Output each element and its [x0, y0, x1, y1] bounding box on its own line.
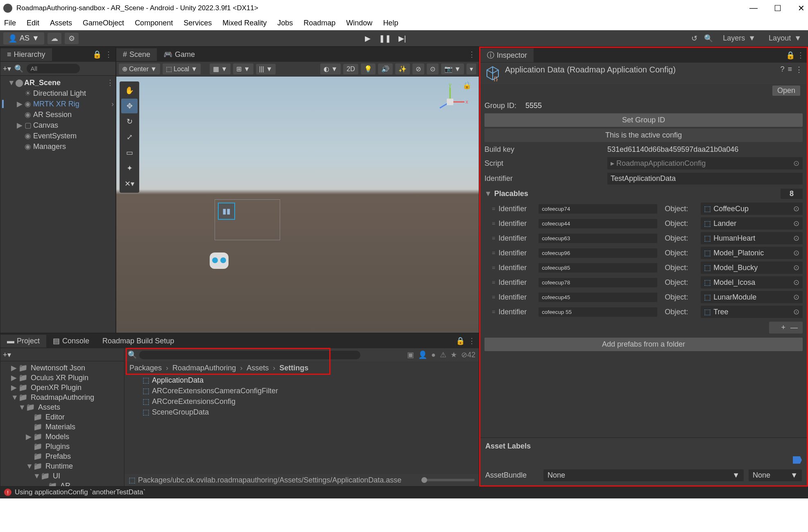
object-picker-icon[interactable]: ⊙: [793, 219, 799, 228]
menu-edit[interactable]: Edit: [27, 19, 39, 27]
placable-id-input[interactable]: [539, 234, 657, 243]
shading-icon[interactable]: ◐ ▼: [320, 63, 341, 74]
placables-header[interactable]: ▼ Placables 8: [484, 186, 803, 201]
layers-dropdown[interactable]: Layers▼: [720, 34, 759, 43]
project-tree-item[interactable]: Plugins: [0, 442, 124, 451]
hand-tool-icon[interactable]: ✋: [121, 83, 138, 98]
tab-game[interactable]: 🎮Game: [157, 48, 201, 61]
project-tree-item[interactable]: ▼UI: [0, 471, 124, 481]
project-file[interactable]: ⬚ApplicationData: [129, 375, 474, 385]
project-search[interactable]: [139, 351, 360, 359]
hierarchy-item[interactable]: ☀Directional Light: [0, 88, 115, 99]
star-icon[interactable]: ★: [450, 350, 457, 359]
warning-icon[interactable]: ⚠: [440, 350, 446, 359]
open-button[interactable]: Open: [772, 86, 800, 96]
set-group-id-button[interactable]: Set Group ID: [484, 113, 803, 127]
placable-id-input[interactable]: [539, 248, 657, 258]
play-button[interactable]: ▶: [360, 33, 375, 44]
hierarchy-item[interactable]: ◉Managers: [0, 141, 115, 152]
rect-tool-icon[interactable]: ▭: [121, 145, 138, 160]
placable-object-field[interactable]: ⬚Model_Bucky⊙: [701, 261, 803, 274]
menu-component[interactable]: Component: [135, 19, 173, 27]
hierarchy-item[interactable]: ◉AR Session: [0, 109, 115, 120]
remove-icon[interactable]: —: [790, 323, 798, 332]
placable-id-input[interactable]: [539, 204, 657, 214]
project-file[interactable]: ⬚SceneGroupData: [129, 407, 474, 417]
tab-hierarchy[interactable]: ≡Hierarchy: [0, 48, 52, 61]
scale-tool-icon[interactable]: ⤢: [121, 130, 138, 144]
snap-icon[interactable]: ⊞ ▼: [233, 63, 253, 74]
placable-id-input[interactable]: [539, 219, 657, 228]
menu-window[interactable]: Window: [346, 19, 372, 27]
object-picker-icon[interactable]: ⊙: [793, 307, 799, 316]
add-icon[interactable]: +: [781, 323, 785, 332]
placable-object-field[interactable]: ⬚Lander⊙: [701, 217, 803, 230]
breadcrumb-item[interactable]: Settings: [279, 364, 308, 372]
menu-services[interactable]: Services: [183, 19, 212, 27]
menu-file[interactable]: File: [4, 19, 16, 27]
gizmo-dropdown[interactable]: ▾: [466, 63, 476, 74]
project-tree-item[interactable]: Prefabs: [0, 451, 124, 461]
drag-handle-icon[interactable]: ≡: [492, 205, 495, 212]
more-icon[interactable]: ⋮: [105, 50, 115, 59]
close-icon[interactable]: ✕: [798, 3, 805, 13]
pause-button[interactable]: ❚❚: [378, 33, 392, 44]
object-picker-icon[interactable]: ⊙: [793, 278, 799, 287]
grid-icon[interactable]: ▦ ▼: [210, 63, 231, 74]
tab-inspector[interactable]: ⓘInspector: [480, 48, 534, 62]
placable-id-input[interactable]: [539, 293, 657, 302]
menu-roadmap[interactable]: Roadmap: [303, 19, 335, 27]
tab-roadmap-build[interactable]: Roadmap Build Setup: [96, 335, 181, 347]
cloud-icon[interactable]: ☁: [48, 33, 61, 44]
drag-handle-icon[interactable]: ≡: [492, 235, 495, 241]
account-dropdown[interactable]: 👤 AS ▼: [3, 32, 44, 45]
pivot-dropdown[interactable]: ⊕Center ▼: [119, 63, 160, 74]
placable-object-field[interactable]: ⬚Model_Icosa⊙: [701, 276, 803, 289]
hidden-icon[interactable]: ⊘: [412, 63, 424, 74]
menu-jobs[interactable]: Jobs: [277, 19, 293, 27]
scene-viewport[interactable]: ✋ ✥ ↻ ⤢ ▭ ✦ ✕▾ y x 🔒 ▮▮: [116, 77, 479, 333]
project-tree-item[interactable]: AR: [0, 481, 124, 486]
tab-project[interactable]: ▬ Project: [0, 335, 46, 347]
project-tree-item[interactable]: ▼Assets: [0, 402, 124, 412]
placable-object-field[interactable]: ⬚LunarModule⊙: [701, 291, 803, 303]
placable-id-input[interactable]: [539, 263, 657, 273]
drag-handle-icon[interactable]: ≡: [492, 264, 495, 271]
menu-mixed-reality[interactable]: Mixed Reality: [222, 19, 267, 27]
scene-object[interactable]: ▮▮: [210, 252, 229, 269]
drag-handle-icon[interactable]: ≡: [492, 294, 495, 300]
maximize-icon[interactable]: ☐: [774, 3, 781, 13]
tag-icon[interactable]: [793, 456, 802, 464]
filter-icon[interactable]: ▣: [407, 350, 414, 359]
hierarchy-item[interactable]: ▼⬤AR_Scene⋮: [0, 77, 115, 88]
error-icon[interactable]: !: [4, 489, 11, 496]
audio-icon[interactable]: 🔊: [378, 63, 393, 74]
script-value[interactable]: ▸ RoadmapApplicationConfig⊙: [607, 157, 803, 169]
custom-tool-icon[interactable]: ✕▾: [121, 176, 138, 191]
increment-icon[interactable]: ||| ▼: [256, 64, 276, 74]
drag-handle-icon[interactable]: ≡: [492, 309, 495, 315]
menu-help[interactable]: Help: [383, 19, 398, 27]
light-icon[interactable]: 💡: [361, 63, 376, 74]
project-tree-item[interactable]: ▶Newtonsoft Json: [0, 363, 124, 373]
hierarchy-item[interactable]: ▶▢Canvas: [0, 120, 115, 131]
lock-icon[interactable]: 🔒: [786, 51, 795, 59]
gizmos-icon[interactable]: ⊙: [427, 63, 439, 74]
more-icon[interactable]: ⋮: [795, 65, 803, 74]
project-tree-item[interactable]: Materials: [0, 422, 124, 432]
project-file[interactable]: ⬚ARCoreExtensionsConfig: [129, 396, 474, 407]
drag-handle-icon[interactable]: ≡: [492, 250, 495, 256]
history-icon[interactable]: ↺: [691, 34, 697, 43]
rotate-tool-icon[interactable]: ↻: [121, 114, 138, 129]
breadcrumb-item[interactable]: Assets: [247, 364, 269, 372]
object-picker-icon[interactable]: ⊙: [793, 293, 799, 302]
add-prefabs-button[interactable]: Add prefabs from a folder: [484, 338, 803, 351]
project-tree-item[interactable]: ▼Runtime: [0, 461, 124, 471]
minimize-icon[interactable]: —: [749, 3, 758, 13]
project-tree-item[interactable]: ▼RoadmapAuthoring: [0, 392, 124, 402]
breadcrumb-item[interactable]: Packages: [129, 364, 162, 372]
search-icon[interactable]: 🔍: [704, 34, 713, 43]
2d-toggle[interactable]: 2D: [343, 64, 358, 74]
placable-object-field[interactable]: ⬚Tree⊙: [701, 306, 803, 318]
more-icon[interactable]: ⋮: [797, 51, 804, 59]
